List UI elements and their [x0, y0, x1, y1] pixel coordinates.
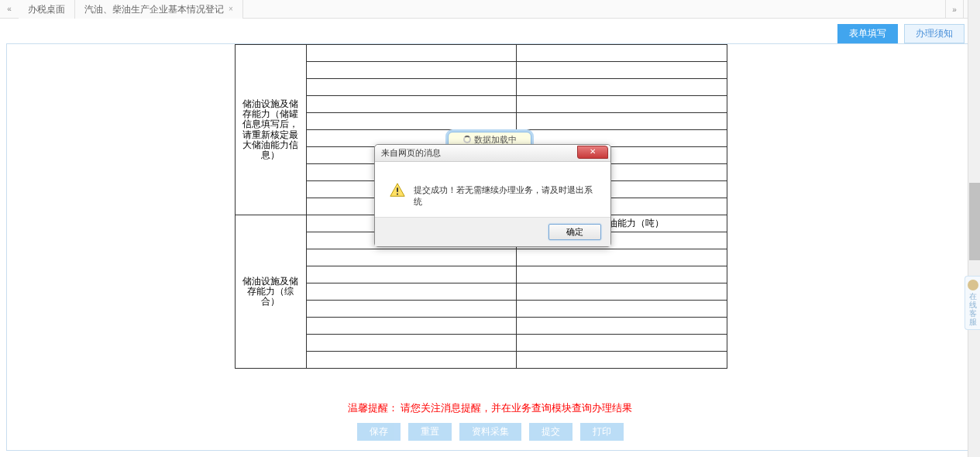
- svg-rect-2: [397, 194, 398, 195]
- table-cell: [306, 249, 517, 266]
- action-row: 表单填写 办理须知: [0, 23, 980, 43]
- print-button[interactable]: 打印: [580, 423, 624, 441]
- tabs-scroll-left[interactable]: «: [0, 5, 19, 13]
- save-button[interactable]: 保存: [357, 423, 401, 441]
- table-cell: [517, 45, 727, 62]
- table-cell: [306, 266, 517, 283]
- agent-icon: [968, 280, 978, 290]
- tab-bar: « 办税桌面 汽油、柴油生产企业基本情况登记 × » ≡: [0, 0, 980, 19]
- online-support-float[interactable]: 在线客服: [965, 276, 980, 330]
- tab-oil-registration[interactable]: 汽油、柴油生产企业基本情况登记 ×: [75, 0, 243, 19]
- dialog-titlebar[interactable]: 来自网页的消息 ✕: [375, 145, 610, 162]
- dialog-close-button[interactable]: ✕: [577, 146, 608, 159]
- table-cell: [517, 62, 727, 79]
- table-cell: [517, 266, 727, 283]
- tab-label: 汽油、柴油生产企业基本情况登记: [84, 0, 224, 19]
- form-fill-button[interactable]: 表单填写: [837, 24, 898, 43]
- close-icon[interactable]: ×: [229, 0, 233, 19]
- table-cell: [517, 301, 727, 318]
- footer-buttons: 保存 重置 资料采集 提交 打印: [7, 423, 973, 441]
- alert-dialog: 来自网页的消息 ✕ 提交成功！若无需继续办理业务，请及时退出系统 确定: [374, 144, 611, 247]
- table-cell: [306, 318, 517, 335]
- warning-icon: [389, 182, 406, 201]
- table-cell: [517, 96, 727, 113]
- section1-header: 储油设施及储存能力（储罐信息填写后，请重新核定最大储油能力信息）: [236, 45, 307, 215]
- spinner-icon: [463, 136, 471, 143]
- dialog-message: 提交成功！若无需继续办理业务，请及时退出系统: [414, 182, 597, 208]
- table-cell: [306, 62, 517, 79]
- table-cell: [517, 318, 727, 335]
- table-cell: [517, 335, 727, 352]
- tab-label: 办税桌面: [28, 0, 65, 19]
- table-cell: [517, 283, 727, 301]
- svg-rect-1: [397, 187, 398, 192]
- table-cell: [517, 352, 727, 369]
- table-cell: [306, 113, 517, 130]
- dialog-body: 提交成功！若无需继续办理业务，请及时退出系统: [375, 162, 610, 217]
- table-cell: [306, 45, 517, 62]
- tabs-scroll-right[interactable]: »: [946, 5, 963, 14]
- table-cell: [306, 352, 517, 369]
- table-cell: [517, 249, 727, 266]
- table-cell: [306, 301, 517, 318]
- table-cell: [517, 113, 727, 130]
- section2-header: 储油设施及储存能力（综合）: [236, 215, 307, 369]
- collect-button[interactable]: 资料采集: [459, 423, 521, 441]
- footer-tip: 温馨提醒： 请您关注消息提醒，并在业务查询模块查询办理结果: [7, 401, 973, 415]
- guide-button[interactable]: 办理须知: [904, 24, 965, 43]
- table-cell: [306, 335, 517, 352]
- support-label: 在线客服: [967, 292, 978, 326]
- table-cell: [517, 79, 727, 96]
- dialog-title: 来自网页的消息: [381, 147, 441, 159]
- vertical-scrollbar[interactable]: [968, 0, 980, 457]
- footer: 温馨提醒： 请您关注消息提醒，并在业务查询模块查询办理结果 保存 重置 资料采集…: [7, 401, 973, 441]
- tab-desktop[interactable]: 办税桌面: [19, 0, 75, 19]
- content-panel: 储油设施及储存能力（储罐信息填写后，请重新核定最大储油能力信息） 储油设施及储存…: [6, 43, 974, 451]
- submit-button[interactable]: 提交: [529, 423, 573, 441]
- table-cell: [306, 79, 517, 96]
- ok-button[interactable]: 确定: [548, 224, 601, 240]
- dialog-buttons: 确定: [375, 217, 610, 246]
- scrollbar-thumb[interactable]: [969, 183, 980, 260]
- table-cell: [306, 96, 517, 113]
- table-cell: [306, 283, 517, 301]
- reset-button[interactable]: 重置: [408, 423, 452, 441]
